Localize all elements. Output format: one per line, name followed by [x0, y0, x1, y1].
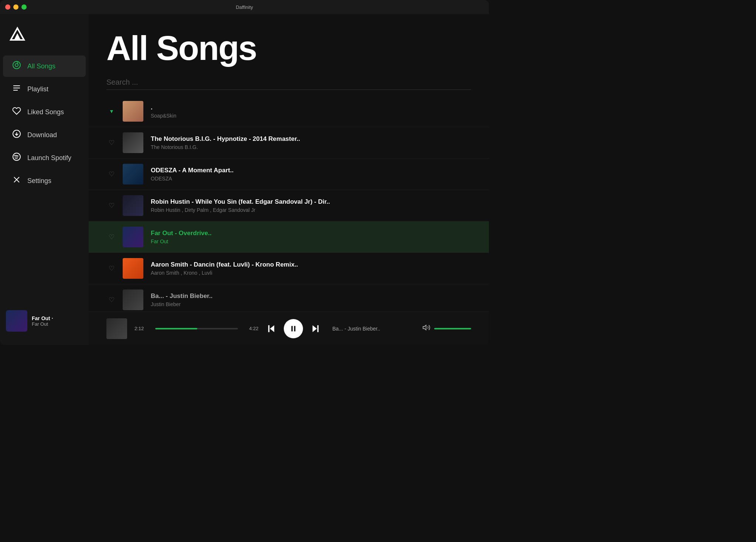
liked-songs-label: Liked Songs	[27, 108, 64, 116]
search-input[interactable]	[106, 75, 471, 90]
launch-spotify-label: Launch Spotify	[27, 154, 71, 162]
table-row[interactable]: ♡ Aaron Smith - Dancin (feat. Luvli) - K…	[89, 253, 489, 284]
svg-marker-1	[14, 33, 21, 40]
window-title: Daffinity	[236, 4, 253, 10]
song-info: Far Out - Overdrive.. Far Out	[151, 230, 471, 244]
close-button[interactable]	[5, 4, 10, 10]
svg-marker-12	[270, 325, 274, 332]
player-time-current: 2:12	[134, 326, 148, 331]
svg-marker-18	[423, 325, 426, 330]
song-title: .	[151, 104, 471, 111]
playlist-label: Playlist	[27, 85, 48, 93]
svg-rect-14	[291, 326, 293, 331]
song-thumbnail	[123, 101, 143, 122]
minimize-button[interactable]	[13, 4, 18, 10]
sidebar-item-liked-songs[interactable]: Liked Songs	[3, 101, 86, 123]
progress-bar[interactable]	[155, 328, 238, 329]
song-info: The Notorious B.I.G. - Hypnotize - 2014 …	[151, 135, 471, 150]
settings-label: Settings	[27, 177, 51, 185]
player-thumbnail	[106, 318, 127, 339]
song-thumbnail	[123, 132, 143, 153]
song-thumbnail	[123, 164, 143, 184]
table-row[interactable]: ♡ ODESZA - A Moment Apart.. ODESZA	[89, 159, 489, 190]
download-icon	[12, 129, 21, 140]
song-title: The Notorious B.I.G. - Hypnotize - 2014 …	[151, 135, 471, 143]
song-artist: ODESZA	[151, 176, 471, 182]
song-thumbnail	[123, 258, 143, 279]
table-row[interactable]: ♡ The Notorious B.I.G. - Hypnotize - 201…	[89, 127, 489, 159]
spotify-icon	[12, 152, 21, 163]
playing-indicator: ▼	[106, 108, 117, 114]
song-info: . Soap&Skin	[151, 104, 471, 119]
player-controls	[266, 319, 321, 338]
svg-marker-16	[312, 325, 317, 332]
song-title: ODESZA - A Moment Apart..	[151, 167, 471, 174]
sidebar: All Songs Playlist Liked Songs	[0, 14, 89, 345]
svg-rect-13	[268, 325, 269, 332]
all-songs-icon	[12, 61, 21, 72]
like-button[interactable]: ♡	[106, 233, 117, 241]
skip-forward-button[interactable]	[310, 323, 321, 334]
song-info: Robin Hustin - While You Sin (feat. Edga…	[151, 198, 471, 213]
all-songs-label: All Songs	[27, 62, 55, 70]
song-artist: Robin Hustin , Dirty Palm , Edgar Sandov…	[151, 207, 471, 213]
song-thumbnail	[123, 227, 143, 247]
like-button[interactable]: ♡	[106, 296, 117, 304]
table-row[interactable]: ▼ . Soap&Skin	[89, 96, 489, 127]
play-pause-button[interactable]	[284, 319, 303, 338]
sidebar-now-playing: Far Out · Far Out	[0, 304, 89, 338]
sidebar-np-artist: Far Out	[32, 321, 53, 327]
sidebar-np-info: Far Out · Far Out	[32, 315, 53, 327]
progress-fill	[155, 328, 197, 329]
song-info: Ba... - Justin Bieber.. Justin Bieber	[151, 292, 471, 307]
volume-bar[interactable]	[434, 328, 471, 329]
player-song-info: Ba... - Justin Bieber..	[333, 326, 415, 332]
table-row[interactable]: ♡ Far Out - Overdrive.. Far Out	[89, 221, 489, 253]
song-title: Robin Hustin - While You Sin (feat. Edga…	[151, 198, 471, 206]
table-row[interactable]: ♡ Robin Hustin - While You Sin (feat. Ed…	[89, 190, 489, 221]
logo	[0, 21, 89, 55]
titlebar: Daffinity	[0, 0, 489, 14]
sidebar-np-thumb	[6, 310, 27, 332]
svg-rect-17	[317, 325, 319, 332]
song-artist: Soap&Skin	[151, 113, 471, 119]
song-list: ▼ . Soap&Skin ♡ The Notorious B.I.G. - H…	[89, 96, 489, 312]
app-body: All Songs Playlist Liked Songs	[0, 14, 489, 345]
svg-point-2	[13, 61, 20, 69]
sidebar-item-all-songs[interactable]: All Songs	[3, 55, 86, 77]
search-bar	[89, 75, 489, 96]
song-artist: Far Out	[151, 238, 471, 244]
like-button[interactable]: ♡	[106, 264, 117, 272]
heart-icon	[12, 106, 21, 118]
player-bar: 2:12 4:22	[89, 312, 489, 345]
song-title: Far Out - Overdrive..	[151, 230, 471, 237]
volume-icon	[422, 323, 430, 333]
song-title: Aaron Smith - Dancin (feat. Luvli) - Kro…	[151, 261, 471, 268]
song-title: Ba... - Justin Bieber..	[151, 292, 471, 300]
sidebar-item-launch-spotify[interactable]: Launch Spotify	[3, 147, 86, 169]
svg-point-3	[15, 64, 18, 67]
main-content: All Songs ▼ . Soap&Skin ♡ The Notoriou	[89, 14, 489, 345]
song-artist: The Notorious B.I.G.	[151, 144, 471, 150]
sidebar-np-title: Far Out ·	[32, 315, 53, 321]
like-button[interactable]: ♡	[106, 201, 117, 210]
sidebar-item-settings[interactable]: Settings	[3, 170, 86, 192]
skip-back-button[interactable]	[266, 323, 276, 334]
like-button[interactable]: ♡	[106, 170, 117, 178]
table-row[interactable]: ♡ Ba... - Justin Bieber.. Justin Bieber	[89, 284, 489, 312]
titlebar-buttons	[5, 4, 27, 10]
volume-section	[422, 323, 471, 333]
song-thumbnail	[123, 289, 143, 310]
sidebar-item-playlist[interactable]: Playlist	[3, 78, 86, 100]
sidebar-item-download[interactable]: Download	[3, 124, 86, 146]
svg-rect-15	[294, 326, 295, 331]
song-artist: Aaron Smith , Krono , Luvli	[151, 270, 471, 276]
maximize-button[interactable]	[21, 4, 27, 10]
song-thumbnail	[123, 195, 143, 216]
like-button[interactable]: ♡	[106, 139, 117, 147]
download-label: Download	[27, 131, 57, 139]
song-info: Aaron Smith - Dancin (feat. Luvli) - Kro…	[151, 261, 471, 276]
main-header: All Songs	[89, 14, 489, 75]
page-title: All Songs	[106, 29, 471, 68]
player-song-title: Ba... - Justin Bieber..	[333, 326, 415, 332]
